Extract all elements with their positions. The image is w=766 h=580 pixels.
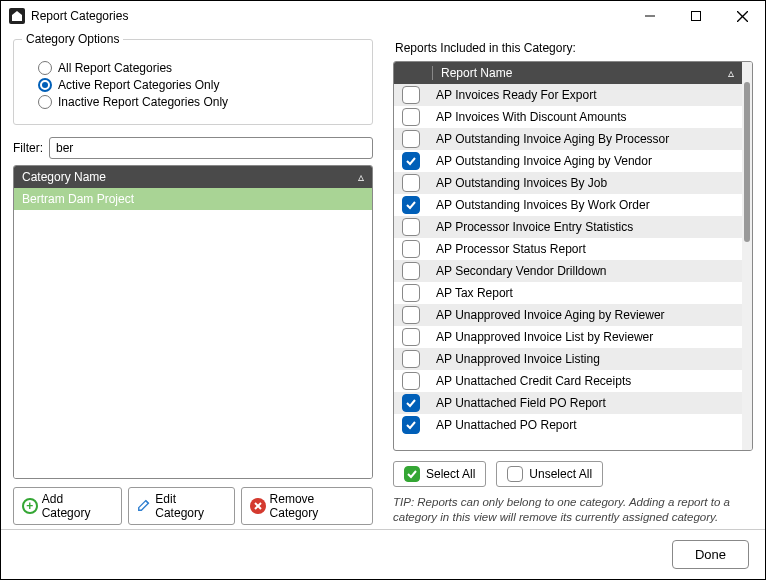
- report-checkbox[interactable]: [402, 350, 420, 368]
- svg-marker-1: [12, 11, 22, 15]
- report-row[interactable]: AP Processor Status Report: [394, 238, 742, 260]
- select-all-label: Select All: [426, 467, 475, 481]
- report-checkbox[interactable]: [402, 86, 420, 104]
- edit-category-button[interactable]: Edit Category: [128, 487, 235, 525]
- report-name: AP Unattached PO Report: [436, 418, 734, 432]
- window: Report Categories Category Options All R…: [0, 0, 766, 580]
- report-row[interactable]: AP Unapproved Invoice List by Reviewer: [394, 326, 742, 348]
- scrollbar[interactable]: [742, 62, 752, 450]
- report-name: AP Secondary Vendor Drilldown: [436, 264, 734, 278]
- category-row-name: Bertram Dam Project: [22, 192, 134, 206]
- radio-label: All Report Categories: [58, 61, 172, 75]
- scrollbar-thumb[interactable]: [744, 82, 750, 242]
- radio-icon: [38, 61, 52, 75]
- report-row[interactable]: AP Unattached PO Report: [394, 414, 742, 436]
- window-title: Report Categories: [31, 9, 128, 23]
- select-all-button[interactable]: Select All: [393, 461, 486, 487]
- report-row[interactable]: AP Outstanding Invoice Aging by Vendor: [394, 150, 742, 172]
- radio-icon: [38, 78, 52, 92]
- add-category-button[interactable]: + Add Category: [13, 487, 122, 525]
- select-buttons-row: Select All Unselect All: [393, 461, 753, 487]
- radio-label: Inactive Report Categories Only: [58, 95, 228, 109]
- report-list-header[interactable]: Report Name ▵: [394, 62, 742, 84]
- report-name: AP Processor Status Report: [436, 242, 734, 256]
- radio-label: Active Report Categories Only: [58, 78, 219, 92]
- report-row[interactable]: AP Secondary Vendor Drilldown: [394, 260, 742, 282]
- remove-category-label: Remove Category: [270, 492, 364, 520]
- report-name: AP Outstanding Invoice Aging by Vendor: [436, 154, 734, 168]
- report-name: AP Unapproved Invoice Aging by Reviewer: [436, 308, 734, 322]
- close-button[interactable]: [719, 1, 765, 31]
- report-checkbox[interactable]: [402, 328, 420, 346]
- report-list-container: Report Name ▵ AP Invoices Ready For Expo…: [393, 61, 753, 451]
- radio-option[interactable]: All Report Categories: [38, 61, 360, 75]
- report-row[interactable]: AP Unattached Credit Card Receipts: [394, 370, 742, 392]
- report-checkbox[interactable]: [402, 416, 420, 434]
- report-checkbox[interactable]: [402, 130, 420, 148]
- sort-indicator-icon: ▵: [728, 66, 734, 80]
- filter-input[interactable]: [49, 137, 373, 159]
- done-button[interactable]: Done: [672, 540, 749, 569]
- filter-row: Filter:: [13, 137, 373, 159]
- unselect-all-button[interactable]: Unselect All: [496, 461, 603, 487]
- right-pane: Reports Included in this Category: Repor…: [393, 39, 753, 525]
- plus-icon: +: [22, 498, 38, 514]
- report-checkbox[interactable]: [402, 262, 420, 280]
- left-pane: Category Options All Report CategoriesAc…: [13, 39, 373, 525]
- sort-indicator-icon: ▵: [358, 170, 364, 184]
- report-name: AP Outstanding Invoice Aging By Processo…: [436, 132, 734, 146]
- titlebar: Report Categories: [1, 1, 765, 31]
- radio-option[interactable]: Inactive Report Categories Only: [38, 95, 360, 109]
- report-checkbox[interactable]: [402, 196, 420, 214]
- category-row[interactable]: Bertram Dam Project: [14, 188, 372, 210]
- report-checkbox[interactable]: [402, 284, 420, 302]
- report-name: AP Unapproved Invoice Listing: [436, 352, 734, 366]
- report-checkbox[interactable]: [402, 240, 420, 258]
- report-checkbox[interactable]: [402, 394, 420, 412]
- report-row[interactable]: AP Outstanding Invoice Aging By Processo…: [394, 128, 742, 150]
- report-row[interactable]: AP Unapproved Invoice Aging by Reviewer: [394, 304, 742, 326]
- category-options-group: Category Options All Report CategoriesAc…: [13, 39, 373, 125]
- pencil-icon: [137, 498, 151, 515]
- remove-category-button[interactable]: Remove Category: [241, 487, 373, 525]
- report-row[interactable]: AP Invoices Ready For Export: [394, 84, 742, 106]
- minimize-button[interactable]: [627, 1, 673, 31]
- report-row[interactable]: AP Processor Invoice Entry Statistics: [394, 216, 742, 238]
- footer: Done: [1, 529, 765, 579]
- report-checkbox[interactable]: [402, 174, 420, 192]
- report-checkbox[interactable]: [402, 218, 420, 236]
- category-grid-header[interactable]: Category Name ▵: [14, 166, 372, 188]
- x-icon: [250, 498, 266, 514]
- radio-icon: [38, 95, 52, 109]
- report-checkbox[interactable]: [402, 306, 420, 324]
- report-name: AP Unattached Field PO Report: [436, 396, 734, 410]
- category-options-legend: Category Options: [22, 32, 123, 46]
- report-name: AP Unapproved Invoice List by Reviewer: [436, 330, 734, 344]
- radio-option[interactable]: Active Report Categories Only: [38, 78, 360, 92]
- report-checkbox[interactable]: [402, 372, 420, 390]
- category-grid-body: [14, 210, 372, 478]
- report-row[interactable]: AP Unapproved Invoice Listing: [394, 348, 742, 370]
- report-name: AP Processor Invoice Entry Statistics: [436, 220, 734, 234]
- svg-rect-3: [692, 12, 701, 21]
- report-row[interactable]: AP Outstanding Invoices By Job: [394, 172, 742, 194]
- report-name: AP Outstanding Invoices By Work Order: [436, 198, 734, 212]
- report-row[interactable]: AP Invoices With Discount Amounts: [394, 106, 742, 128]
- svg-rect-0: [12, 15, 22, 21]
- report-row[interactable]: AP Outstanding Invoices By Work Order: [394, 194, 742, 216]
- app-icon: [9, 8, 25, 24]
- report-name: AP Unattached Credit Card Receipts: [436, 374, 734, 388]
- report-name-header: Report Name: [432, 66, 728, 80]
- report-name: AP Tax Report: [436, 286, 734, 300]
- check-icon: [404, 466, 420, 482]
- maximize-button[interactable]: [673, 1, 719, 31]
- filter-label: Filter:: [13, 141, 43, 155]
- report-checkbox[interactable]: [402, 152, 420, 170]
- report-row[interactable]: AP Tax Report: [394, 282, 742, 304]
- report-checkbox[interactable]: [402, 108, 420, 126]
- report-row[interactable]: AP Unattached Field PO Report: [394, 392, 742, 414]
- report-list: Report Name ▵ AP Invoices Ready For Expo…: [394, 62, 742, 450]
- category-grid: Category Name ▵ Bertram Dam Project: [13, 165, 373, 479]
- edit-category-label: Edit Category: [155, 492, 226, 520]
- reports-section-label: Reports Included in this Category:: [395, 41, 753, 55]
